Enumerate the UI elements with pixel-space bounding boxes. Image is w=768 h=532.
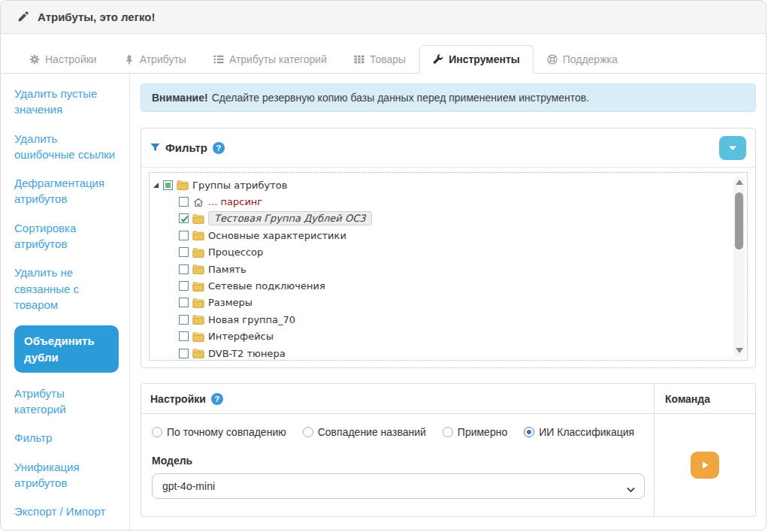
tree-node-label[interactable]: Процессор — [208, 246, 263, 258]
scroll-up-icon[interactable] — [736, 180, 743, 185]
body: Удалить пустые значения Удалить ошибочны… — [1, 74, 766, 530]
tab-products[interactable]: Товары — [340, 45, 419, 74]
radio-ai-classification[interactable]: ИИ Классификация — [524, 426, 634, 438]
tab-label: Товары — [370, 53, 406, 65]
checkbox-unchecked[interactable] — [179, 247, 189, 257]
sidebar-item-delete-empty[interactable]: Удалить пустые значения — [14, 86, 119, 118]
filter-collapse-button[interactable] — [719, 136, 746, 160]
radio-icon[interactable] — [443, 427, 453, 437]
checkbox-unchecked[interactable] — [179, 349, 189, 358]
tree-node[interactable]: Процессор — [153, 244, 732, 261]
sidebar-item-filter[interactable]: Фильтр — [14, 430, 119, 446]
radio-label: ИИ Классификация — [539, 426, 634, 438]
radio-approximate[interactable]: Примерно — [443, 426, 507, 438]
funnel-icon — [150, 143, 160, 153]
tree-node-parsing[interactable]: ... парсинг — [153, 193, 732, 210]
sidebar-item-merge-duplicates[interactable]: Объединить дубли — [14, 325, 119, 373]
sidebar-item-delete-unlinked[interactable]: Удалить не связанные с товаром — [14, 264, 119, 313]
tab-attributes[interactable]: Атрибуты — [110, 45, 200, 74]
sidebar-item-defragmentation[interactable]: Дефрагментация атрибутов — [14, 175, 119, 207]
run-merge-button[interactable] — [691, 452, 719, 479]
checkbox-unchecked[interactable] — [179, 281, 189, 291]
checkbox-indeterminate[interactable] — [163, 180, 173, 190]
tree-node-label[interactable]: Интерфейсы — [208, 331, 274, 342]
checkbox-unchecked[interactable] — [179, 315, 189, 325]
tree-icon — [124, 54, 135, 65]
radio-name-match[interactable]: Совпадение названий — [303, 426, 426, 438]
sidebar: Удалить пустые значения Удалить ошибочны… — [1, 74, 130, 530]
tree-node[interactable]: Основные характеристики — [153, 227, 732, 243]
filter-panel: Фильтр ? — [141, 128, 756, 368]
filter-panel-heading: Фильтр ? — [141, 128, 755, 168]
settings-panel-body: По точному совпадению Совпадение названи… — [141, 414, 654, 516]
checkbox-unchecked[interactable] — [179, 197, 189, 207]
tree-node-label[interactable]: Память — [208, 264, 246, 275]
tree-node[interactable]: Сетевые подключения — [153, 277, 732, 294]
tree-node[interactable]: Интерфейсы — [153, 328, 732, 345]
page-title: Атрибуты, это легко! — [38, 11, 155, 23]
checkbox-unchecked[interactable] — [179, 298, 189, 307]
tab-label: Поддержка — [563, 53, 618, 65]
tree-node-label[interactable]: ... парсинг — [208, 196, 262, 207]
tab-settings[interactable]: Настройки — [16, 45, 110, 74]
wrench-icon — [433, 54, 443, 65]
caret-down-icon — [728, 145, 737, 151]
command-column-header: Команда — [654, 384, 755, 414]
settings-panel-title: Настройки — [150, 393, 206, 405]
question-circle-icon[interactable]: ? — [211, 393, 223, 405]
folder-icon — [192, 331, 204, 342]
expander-open-icon[interactable] — [153, 182, 159, 189]
tab-label: Атрибуты — [140, 53, 186, 65]
radio-icon[interactable] — [152, 427, 162, 437]
sidebar-item-export-import[interactable]: Экспорт / Импорт — [14, 503, 119, 519]
tree-node-label[interactable]: Размеры — [208, 297, 252, 308]
sidebar-item-sorting[interactable]: Сортировка атрибутов — [14, 220, 119, 252]
play-icon — [700, 460, 710, 470]
home-icon — [192, 197, 204, 207]
filter-panel-title: Фильтр — [165, 141, 207, 154]
tree-node-label[interactable]: Сетевые подключения — [208, 280, 325, 292]
tree-node[interactable]: Новая группа_70 — [153, 311, 732, 328]
radio-exact-match[interactable]: По точному совпадению — [152, 426, 286, 438]
attribute-groups-tree: Группы атрибутов ... парсинг — [149, 172, 748, 361]
tree-node-label[interactable]: Группы атрибутов — [192, 180, 287, 191]
tree-node[interactable]: Память — [153, 261, 732, 277]
checkbox-unchecked[interactable] — [179, 331, 189, 341]
tree-node[interactable]: DVB-T2 тюнера — [153, 345, 732, 361]
model-select[interactable]: gpt-4o-mini — [152, 473, 645, 499]
tree-node-root[interactable]: Группы атрибутов — [153, 177, 732, 193]
scrollbar-thumb[interactable] — [735, 192, 743, 249]
checkbox-unchecked[interactable] — [179, 231, 189, 240]
tree-node-label[interactable]: Основные характеристики — [208, 230, 346, 241]
sidebar-item-category-attributes[interactable]: Атрибуты категорий — [14, 385, 119, 418]
tree-node-label[interactable]: Тестовая Группа Дублей ОС3 — [208, 211, 372, 225]
radio-checked-icon[interactable] — [524, 427, 534, 437]
tree-node-test-group[interactable]: Тестовая Группа Дублей ОС3 — [153, 210, 732, 227]
tree-node-label[interactable]: Новая группа_70 — [208, 314, 295, 325]
scroll-down-icon[interactable] — [736, 348, 743, 353]
tree-scrollbar[interactable] — [733, 176, 745, 357]
filter-panel-body: Группы атрибутов ... парсинг — [141, 168, 755, 368]
folder-icon — [192, 247, 204, 258]
tab-label: Настройки — [45, 53, 97, 65]
command-cell — [654, 414, 755, 516]
checkbox-unchecked[interactable] — [179, 264, 189, 274]
sidebar-item-unification[interactable]: Унификация атрибутов — [14, 459, 119, 491]
tree-node[interactable]: Размеры — [153, 295, 732, 311]
gear-icon — [29, 54, 40, 65]
folder-icon — [192, 314, 204, 325]
checkbox-checked[interactable] — [179, 213, 189, 223]
tab-bar: Настройки Атрибуты Атрибуты категорий То… — [1, 34, 766, 74]
tab-category-attributes[interactable]: Атрибуты категорий — [200, 45, 340, 74]
question-circle-icon[interactable]: ? — [213, 142, 225, 154]
sidebar-item-delete-broken[interactable]: Удалить ошибочные ссылки — [14, 131, 119, 163]
tab-tools[interactable]: Инструменты — [419, 45, 534, 74]
model-label: Модель — [152, 455, 645, 467]
list-icon — [213, 54, 224, 65]
tree-node-label[interactable]: DVB-T2 тюнера — [208, 348, 286, 359]
alert-text: Сделайте резервную копию базы данных пер… — [212, 92, 590, 104]
radio-icon[interactable] — [303, 427, 313, 437]
chevron-down-icon — [627, 483, 635, 495]
folder-icon — [192, 281, 204, 292]
tab-support[interactable]: Поддержка — [534, 45, 631, 74]
